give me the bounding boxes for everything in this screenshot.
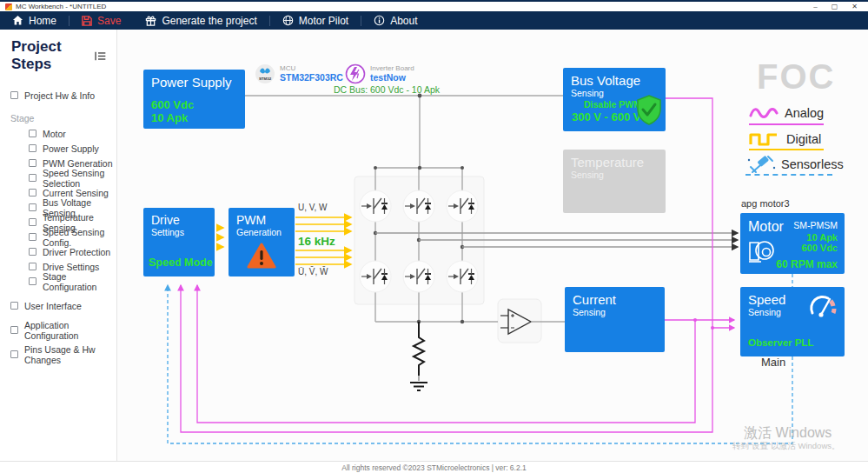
checkbox[interactable] bbox=[29, 189, 36, 197]
checkbox[interactable] bbox=[29, 203, 36, 211]
sidebar-item-label: Motor bbox=[43, 129, 66, 139]
pwm-generation-block[interactable]: PWM Generation bbox=[229, 208, 295, 276]
speed-algorithm-value: Observer PLL bbox=[748, 337, 813, 348]
pwm-subtitle: Generation bbox=[236, 227, 287, 237]
stm32-logo-icon: STM32 bbox=[255, 63, 275, 84]
motor-rpm-value: 60 RPM max bbox=[776, 258, 838, 270]
menu-motor-pilot-label: Motor Pilot bbox=[299, 15, 348, 27]
analog-underline bbox=[749, 123, 824, 125]
checkbox[interactable] bbox=[29, 263, 36, 270]
checkbox[interactable] bbox=[10, 302, 18, 310]
minimize-button[interactable]: – bbox=[813, 2, 817, 11]
sidebar-title: Project Steps bbox=[11, 38, 95, 73]
sidebar-item-label: User Interface bbox=[24, 301, 82, 311]
sidebar-item-label: Speed Sensing Selection bbox=[43, 168, 116, 189]
sidebar-item-speed-sensing-config[interactable]: Speed Sensing Config. bbox=[0, 230, 116, 244]
motor-tag-label: apg motor3 bbox=[741, 198, 790, 209]
warning-icon bbox=[247, 243, 276, 270]
power-supply-block[interactable]: Power Supply 600 Vdc 10 Apk bbox=[143, 70, 245, 129]
motor-block[interactable]: Motor SM-PMSM 10 Apk 600 Vdc 60 RPM max bbox=[740, 213, 845, 274]
windows-activation-watermark: 激活 Windows bbox=[744, 424, 832, 443]
sidebar-item-label: Driver Protection bbox=[43, 247, 110, 257]
menu-bar: Home Save Generate the project Motor Pil… bbox=[0, 11, 868, 30]
bus-voltage-protect: Disable PWM bbox=[584, 99, 641, 110]
temperature-subtitle: Sensing bbox=[571, 170, 658, 180]
gauge-icon bbox=[809, 294, 837, 322]
sidebar-item-power-supply[interactable]: Power Supply bbox=[0, 141, 116, 156]
main-label: Main bbox=[761, 356, 785, 369]
motor-icon bbox=[746, 236, 778, 267]
sidebar-item-pins-usage[interactable]: Pins Usage & Hw Changes bbox=[0, 347, 116, 362]
checkbox[interactable] bbox=[29, 130, 36, 137]
status-bar: All rights reserved ©2023 STMicroelectro… bbox=[0, 461, 868, 473]
bus-voltage-title: Bus Voltage bbox=[571, 74, 658, 88]
power-supply-voltage: 600 Vdc bbox=[151, 98, 194, 111]
sidebar-item-label: Project Hw & Info bbox=[24, 90, 95, 101]
sidebar-item-application-configuration[interactable]: Application Configuration bbox=[0, 323, 116, 337]
menu-generate-project[interactable]: Generate the project bbox=[133, 11, 268, 30]
power-supply-title: Power Supply bbox=[151, 76, 237, 90]
footer-text: All rights reserved ©2023 STMicroelectro… bbox=[341, 463, 527, 472]
sidebar-item-stage-configuration[interactable]: Stage Configuration bbox=[0, 274, 116, 289]
power-supply-current: 10 Apk bbox=[151, 111, 188, 124]
pwm-frequency-label: 16 kHz bbox=[298, 235, 335, 248]
temperature-title: Temperature bbox=[571, 156, 658, 170]
info-icon bbox=[374, 15, 385, 26]
save-icon bbox=[82, 16, 92, 26]
menu-motor-pilot[interactable]: Motor Pilot bbox=[270, 11, 361, 30]
sidebar-item-label: Application Configuration bbox=[24, 320, 116, 341]
app-icon bbox=[5, 3, 12, 10]
legend-sensorless-label: Sensorless bbox=[781, 157, 844, 171]
maximize-button[interactable]: ▢ bbox=[832, 2, 838, 11]
mcu-chip[interactable]: STM32 MCU STM32F303RC bbox=[255, 63, 343, 84]
title-bar: MC Workbench - *UNTITLED – ▢ ✕ bbox=[0, 0, 868, 11]
drive-settings-title: Drive bbox=[151, 214, 207, 227]
sidebar-item-user-interface[interactable]: User Interface bbox=[0, 298, 116, 313]
menu-home[interactable]: Home bbox=[0, 11, 69, 30]
pwm-title: PWM bbox=[236, 214, 287, 227]
drive-settings-block[interactable]: Drive Settings Speed Mode bbox=[143, 208, 215, 276]
sidebar-item-label: Speed Sensing Config. bbox=[43, 227, 116, 248]
checkbox[interactable] bbox=[29, 159, 36, 167]
globe-icon bbox=[282, 15, 294, 26]
close-button[interactable]: ✕ bbox=[851, 2, 858, 11]
svg-text:STM32: STM32 bbox=[259, 77, 272, 81]
sidebar-item-driver-protection[interactable]: Driver Protection bbox=[0, 244, 116, 259]
windows-activation-watermark-sub: 转到“设置”以激活 Windows。 bbox=[732, 441, 840, 452]
checkbox[interactable] bbox=[10, 91, 18, 99]
checkbox[interactable] bbox=[29, 144, 36, 152]
temperature-sensing-block[interactable]: Temperature Sensing bbox=[563, 150, 666, 213]
steps-outline-icon[interactable] bbox=[95, 50, 106, 62]
inverter-board-chip[interactable]: Inverter Board testNow bbox=[345, 63, 414, 84]
inverter-name: testNow bbox=[370, 73, 414, 83]
motor-voltage-value: 600 Vdc bbox=[801, 243, 838, 253]
menu-about-label: About bbox=[390, 15, 417, 27]
shield-check-icon bbox=[637, 95, 661, 125]
current-sensing-block[interactable]: Current Sensing bbox=[565, 287, 665, 352]
window-title: MC Workbench - *UNTITLED bbox=[16, 3, 106, 10]
current-sensing-title: Current bbox=[573, 293, 657, 307]
sidebar-item-motor[interactable]: Motor bbox=[0, 126, 116, 141]
menu-save[interactable]: Save bbox=[70, 11, 133, 30]
checkbox[interactable] bbox=[29, 248, 36, 256]
speed-sensing-block[interactable]: Speed Sensing Observer PLL bbox=[740, 287, 845, 356]
menu-save-label: Save bbox=[97, 15, 121, 27]
bus-voltage-sensing-block[interactable]: Bus Voltage Sensing Disable PWM 300 V - … bbox=[563, 68, 666, 131]
bus-voltage-range: 300 V - 600 V bbox=[572, 110, 641, 123]
checkbox[interactable] bbox=[29, 174, 36, 182]
dc-bus-label: DC Bus: 600 Vdc - 10 Apk bbox=[334, 84, 440, 95]
sidebar-item-project-hw-info[interactable]: Project Hw & Info bbox=[0, 88, 116, 103]
sidebar-item-label: Pins Usage & Hw Changes bbox=[24, 344, 116, 365]
stage-section-label: Stage bbox=[0, 113, 116, 123]
checkbox[interactable] bbox=[29, 233, 36, 241]
checkbox[interactable] bbox=[10, 350, 18, 358]
checkbox[interactable] bbox=[29, 277, 36, 285]
checkbox[interactable] bbox=[29, 218, 36, 226]
home-icon bbox=[12, 15, 23, 26]
legend-analog-label: Analog bbox=[785, 106, 824, 120]
checkbox[interactable] bbox=[10, 326, 18, 334]
menu-about[interactable]: About bbox=[361, 11, 429, 30]
sidebar-item-label: Power Supply bbox=[43, 143, 99, 154]
sidebar-item-speed-sensing-selection[interactable]: Speed Sensing Selection bbox=[0, 170, 116, 185]
legend-digital-label: Digital bbox=[786, 132, 821, 146]
